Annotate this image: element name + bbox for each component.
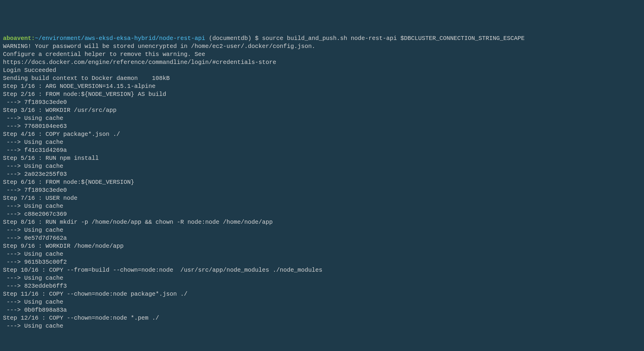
- output-line: Sending build context to Docker daemon 1…: [3, 74, 641, 82]
- output-line: Step 2/16 : FROM node:${NODE_VERSION} AS…: [3, 90, 641, 98]
- output-line: Step 1/16 : ARG NODE_VERSION=14.15.1-alp…: [3, 82, 641, 90]
- prompt-symbol: $: [255, 35, 262, 42]
- output-line: ---> 823eddeb6ff3: [3, 282, 641, 290]
- output-line: ---> Using cache: [3, 250, 641, 258]
- output-line: https://docs.docker.com/engine/reference…: [3, 58, 641, 66]
- output-line: ---> 9615b35c00f2: [3, 258, 641, 266]
- prompt-line: aboavent:~/environment/aws-eksd-eksa-hyb…: [3, 34, 641, 42]
- prompt-path: ~/environment/aws-eksd-eksa-hybrid/node-…: [35, 35, 205, 42]
- output-line: ---> 7f1893c3ede0: [3, 186, 641, 194]
- output-line: ---> Using cache: [3, 226, 641, 234]
- output-line: ---> 2a023e255f03: [3, 170, 641, 178]
- output-line: Configure a credential helper to remove …: [3, 50, 641, 58]
- output-line: Step 11/16 : COPY --chown=node:node pack…: [3, 290, 641, 298]
- output-line: ---> Using cache: [3, 322, 641, 330]
- prompt-command: source build_and_push.sh node-rest-api $…: [262, 35, 525, 42]
- output-line: Step 3/16 : WORKDIR /usr/src/app: [3, 106, 641, 114]
- output-line: ---> 7f1893c3ede0: [3, 98, 641, 106]
- output-line: Step 9/16 : WORKDIR /home/node/app: [3, 242, 641, 250]
- output-line: ---> 0e57d7d7662a: [3, 234, 641, 242]
- output-line: ---> c88e2067c369: [3, 210, 641, 218]
- output-line: ---> Using cache: [3, 298, 641, 306]
- output-line: ---> Using cache: [3, 274, 641, 282]
- prompt-user: aboavent: [3, 35, 31, 42]
- output-line: ---> 77680104ee63: [3, 122, 641, 130]
- output-line: Step 6/16 : FROM node:${NODE_VERSION}: [3, 178, 641, 186]
- output-line: WARNING! Your password will be stored un…: [3, 42, 641, 50]
- output-line: Step 5/16 : RUN npm install: [3, 154, 641, 162]
- output-line: Step 12/16 : COPY --chown=node:node *.pe…: [3, 314, 641, 322]
- output-line: Login Succeeded: [3, 66, 641, 74]
- output-line: ---> Using cache: [3, 202, 641, 210]
- output-line: Step 4/16 : COPY package*.json ./: [3, 130, 641, 138]
- output-line: ---> Using cache: [3, 138, 641, 146]
- output-line: ---> 0b0fb898a83a: [3, 306, 641, 314]
- terminal-output[interactable]: aboavent:~/environment/aws-eksd-eksa-hyb…: [3, 34, 641, 330]
- output-line: ---> Using cache: [3, 162, 641, 170]
- output-line: Step 10/16 : COPY --from=build --chown=n…: [3, 266, 641, 274]
- output-line: Step 7/16 : USER node: [3, 194, 641, 202]
- output-line: ---> f41c31d4269a: [3, 146, 641, 154]
- prompt-separator: :: [31, 35, 35, 42]
- output-line: Step 8/16 : RUN mkdir -p /home/node/app …: [3, 218, 641, 226]
- prompt-branch: (documentdb): [205, 35, 255, 42]
- output-line: ---> Using cache: [3, 114, 641, 122]
